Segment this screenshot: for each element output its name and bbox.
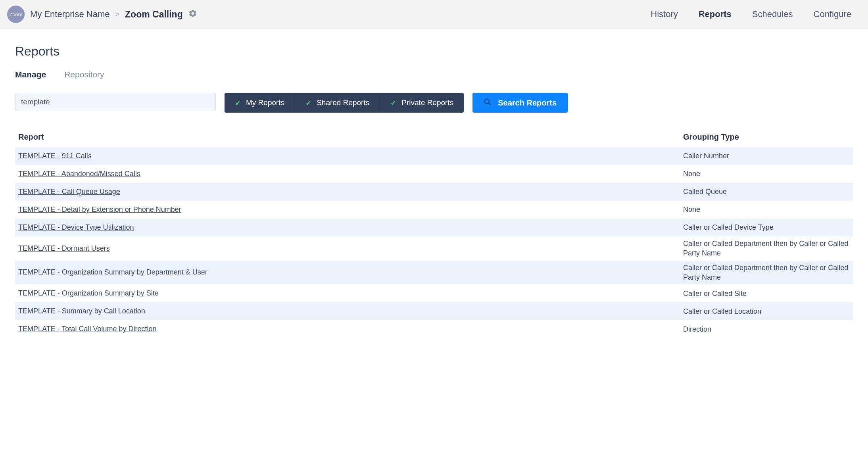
cell-grouping: None bbox=[683, 202, 850, 217]
table-row: TEMPLATE - Abandoned/Missed CallsNone bbox=[15, 165, 853, 183]
table-body: TEMPLATE - 911 CallsCaller NumberTEMPLAT… bbox=[15, 147, 853, 338]
toggle-label: Private Reports bbox=[401, 98, 453, 107]
breadcrumb-enterprise[interactable]: My Enterprise Name bbox=[30, 9, 110, 19]
table-row: TEMPLATE - 911 CallsCaller Number bbox=[15, 147, 853, 165]
gear-icon[interactable] bbox=[188, 9, 197, 20]
cell-grouping: Caller or Called Department then by Call… bbox=[683, 236, 850, 261]
table-row: TEMPLATE - Device Type UtilizationCaller… bbox=[15, 219, 853, 236]
filter-row: ✓ My Reports ✓ Shared Reports ✓ Private … bbox=[15, 93, 853, 113]
check-icon: ✓ bbox=[390, 98, 397, 107]
page-body: Reports Manage Repository ✓ My Reports ✓… bbox=[0, 29, 868, 338]
search-reports-button[interactable]: Search Reports bbox=[472, 93, 568, 113]
tab-manage[interactable]: Manage bbox=[15, 70, 46, 79]
tab-repository[interactable]: Repository bbox=[64, 70, 104, 79]
report-link[interactable]: TEMPLATE - Organization Summary by Site bbox=[18, 289, 159, 297]
cell-grouping: Direction bbox=[683, 322, 850, 336]
report-link[interactable]: TEMPLATE - Abandoned/Missed Calls bbox=[18, 170, 140, 178]
cell-grouping: Caller or Called Location bbox=[683, 304, 850, 319]
cell-report: TEMPLATE - Organization Summary by Depar… bbox=[18, 268, 683, 276]
toggle-label: Shared Reports bbox=[317, 98, 369, 107]
search-input[interactable] bbox=[15, 93, 216, 111]
check-icon: ✓ bbox=[235, 98, 241, 107]
breadcrumb-separator: > bbox=[115, 10, 120, 19]
report-link[interactable]: TEMPLATE - Total Call Volume by Directio… bbox=[18, 325, 156, 333]
table-row: TEMPLATE - Detail by Extension or Phone … bbox=[15, 201, 853, 219]
nav-configure[interactable]: Configure bbox=[814, 9, 851, 19]
cell-grouping: None bbox=[683, 167, 850, 181]
table-row: TEMPLATE - Summary by Call LocationCalle… bbox=[15, 302, 853, 320]
toggle-private-reports[interactable]: ✓ Private Reports bbox=[380, 93, 464, 113]
breadcrumb: Zoom My Enterprise Name > Zoom Calling bbox=[7, 6, 197, 23]
cell-grouping: Caller or Called Site bbox=[683, 286, 850, 301]
check-icon: ✓ bbox=[305, 98, 312, 107]
top-nav: History Reports Schedules Configure bbox=[651, 9, 861, 19]
table-row: TEMPLATE - Organization Summary by Depar… bbox=[15, 261, 853, 285]
cell-grouping: Caller or Called Department then by Call… bbox=[683, 261, 850, 285]
toggle-shared-reports[interactable]: ✓ Shared Reports bbox=[295, 93, 380, 113]
table-row: TEMPLATE - Dormant UsersCaller or Called… bbox=[15, 236, 853, 261]
cell-grouping: Caller or Called Device Type bbox=[683, 220, 850, 234]
cell-grouping: Caller Number bbox=[683, 149, 850, 163]
cell-report: TEMPLATE - Summary by Call Location bbox=[18, 307, 683, 315]
nav-reports[interactable]: Reports bbox=[699, 9, 732, 19]
col-header-report[interactable]: Report bbox=[18, 132, 683, 142]
report-link[interactable]: TEMPLATE - Call Queue Usage bbox=[18, 188, 120, 196]
search-icon bbox=[484, 98, 492, 108]
report-link[interactable]: TEMPLATE - Organization Summary by Depar… bbox=[18, 268, 207, 276]
report-link[interactable]: TEMPLATE - Detail by Extension or Phone … bbox=[18, 205, 181, 213]
nav-history[interactable]: History bbox=[651, 9, 678, 19]
table-row: TEMPLATE - Call Queue UsageCalled Queue bbox=[15, 183, 853, 201]
toggle-my-reports[interactable]: ✓ My Reports bbox=[225, 93, 295, 113]
svg-point-0 bbox=[485, 99, 490, 104]
table-row: TEMPLATE - Organization Summary by SiteC… bbox=[15, 284, 853, 302]
table-row: TEMPLATE - Total Call Volume by Directio… bbox=[15, 320, 853, 338]
subtabs: Manage Repository bbox=[15, 70, 853, 79]
cell-report: TEMPLATE - Abandoned/Missed Calls bbox=[18, 170, 683, 178]
table-header: Report Grouping Type bbox=[15, 132, 853, 147]
top-header: Zoom My Enterprise Name > Zoom Calling H… bbox=[0, 0, 868, 29]
zoom-badge-icon: Zoom bbox=[7, 6, 25, 23]
report-link[interactable]: TEMPLATE - Device Type Utilization bbox=[18, 223, 134, 231]
col-header-grouping[interactable]: Grouping Type bbox=[683, 132, 850, 142]
cell-report: TEMPLATE - Device Type Utilization bbox=[18, 223, 683, 232]
report-link[interactable]: TEMPLATE - 911 Calls bbox=[18, 152, 92, 160]
nav-schedules[interactable]: Schedules bbox=[752, 9, 793, 19]
svg-line-1 bbox=[489, 103, 491, 105]
breadcrumb-app[interactable]: Zoom Calling bbox=[125, 9, 183, 20]
cell-grouping: Called Queue bbox=[683, 184, 850, 199]
page-title: Reports bbox=[15, 44, 853, 59]
toggle-label: My Reports bbox=[246, 98, 284, 107]
cell-report: TEMPLATE - Total Call Volume by Directio… bbox=[18, 325, 683, 333]
cell-report: TEMPLATE - Dormant Users bbox=[18, 244, 683, 253]
report-scope-toggles: ✓ My Reports ✓ Shared Reports ✓ Private … bbox=[225, 93, 464, 113]
report-link[interactable]: TEMPLATE - Summary by Call Location bbox=[18, 307, 145, 315]
cell-report: TEMPLATE - Call Queue Usage bbox=[18, 188, 683, 196]
cell-report: TEMPLATE - 911 Calls bbox=[18, 152, 683, 160]
report-link[interactable]: TEMPLATE - Dormant Users bbox=[18, 244, 110, 252]
search-button-label: Search Reports bbox=[498, 98, 557, 107]
cell-report: TEMPLATE - Organization Summary by Site bbox=[18, 289, 683, 298]
cell-report: TEMPLATE - Detail by Extension or Phone … bbox=[18, 205, 683, 214]
